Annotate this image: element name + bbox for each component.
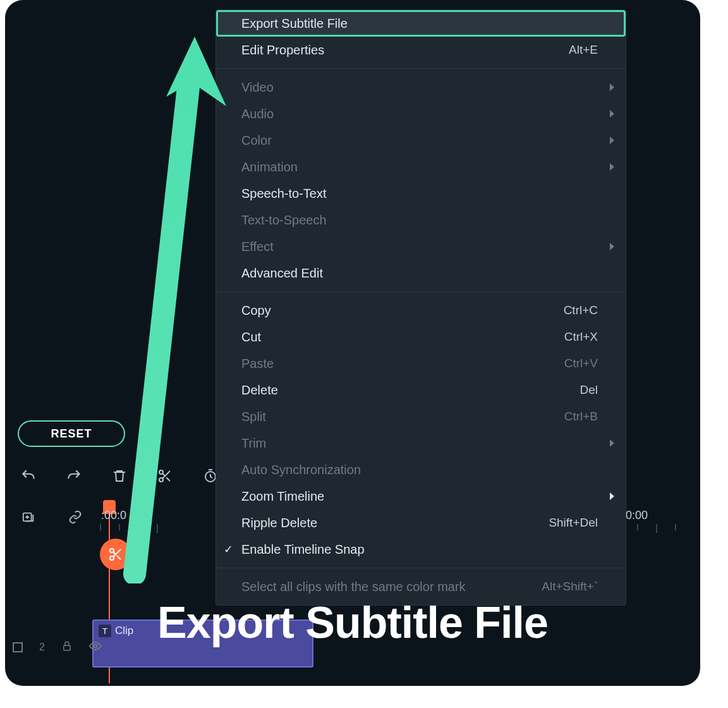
menu-item-copy[interactable]: CopyCtrl+C	[216, 297, 626, 324]
menu-item-label: Export Subtitle File	[241, 16, 348, 31]
lock-icon[interactable]	[61, 640, 73, 654]
menu-item-edit-properties[interactable]: Edit PropertiesAlt+E	[216, 37, 626, 63]
menu-item-label: Edit Properties	[241, 43, 324, 58]
menu-item-audio: Audio	[216, 101, 626, 127]
link-icon[interactable]	[66, 508, 85, 527]
chevron-right-icon	[610, 137, 614, 144]
menu-item-auto-synchronization: Auto Synchronization	[216, 456, 626, 483]
menu-item-text-to-speech: Text-to-Speech	[216, 207, 626, 233]
menu-item-shortcut: Ctrl+C	[564, 303, 598, 317]
menu-item-label: Enable Timeline Snap	[241, 542, 365, 557]
track-number: 2	[39, 642, 45, 653]
menu-item-animation: Animation	[216, 154, 626, 180]
menu-item-advanced-edit[interactable]: Advanced Edit	[216, 260, 626, 286]
menu-item-label: Trim	[241, 436, 266, 451]
menu-item-enable-timeline-snap[interactable]: ✓Enable Timeline Snap	[216, 536, 626, 563]
chevron-right-icon	[610, 439, 614, 447]
menu-item-shortcut: Alt+E	[569, 43, 598, 57]
menu-item-label: Speech-to-Text	[241, 186, 327, 201]
scissors-icon[interactable]	[155, 467, 174, 485]
menu-item-shortcut: Ctrl+X	[564, 330, 598, 344]
menu-item-split: SplitCtrl+B	[216, 403, 626, 430]
menu-item-label: Effect	[241, 240, 274, 254]
redo-icon[interactable]	[64, 467, 83, 485]
menu-separator	[216, 291, 626, 292]
menu-item-label: Select all clips with the same color mar…	[241, 580, 466, 594]
svg-point-1	[159, 478, 163, 482]
menu-item-cut[interactable]: CutCtrl+X	[216, 324, 626, 350]
menu-item-export-subtitle-file[interactable]: Export Subtitle File	[216, 10, 626, 37]
menu-item-label: Animation	[241, 160, 298, 174]
chevron-right-icon	[610, 243, 614, 250]
svg-point-7	[94, 645, 97, 648]
menu-item-label: Auto Synchronization	[241, 463, 361, 477]
chevron-right-icon	[610, 83, 614, 91]
svg-point-0	[159, 470, 163, 474]
undo-icon[interactable]	[19, 467, 38, 485]
menu-item-label: Color	[241, 133, 272, 148]
menu-item-shortcut: Shift+Del	[549, 516, 598, 530]
check-icon: ✓	[224, 542, 233, 556]
square-icon[interactable]	[13, 642, 23, 652]
menu-item-ripple-delete[interactable]: Ripple DeleteShift+Del	[216, 510, 626, 536]
svg-rect-6	[64, 645, 71, 650]
menu-separator	[216, 68, 626, 69]
menu-item-shortcut: Alt+Shift+`	[542, 580, 598, 594]
menu-item-trim: Trim	[216, 430, 626, 456]
menu-item-paste: PasteCtrl+V	[216, 350, 626, 377]
menu-item-label: Cut	[241, 330, 261, 345]
chevron-right-icon	[610, 110, 614, 118]
chevron-right-icon	[610, 492, 614, 500]
trash-icon[interactable]	[110, 467, 129, 485]
menu-item-label: Text-to-Speech	[241, 213, 327, 228]
menu-item-zoom-timeline[interactable]: Zoom Timeline	[216, 483, 626, 510]
video-editor-frame: RESET :00:0 3	[5, 0, 700, 686]
timeline-toolbar	[19, 467, 220, 485]
menu-item-shortcut: Ctrl+B	[564, 410, 598, 424]
menu-item-shortcut: Del	[579, 383, 598, 397]
chevron-right-icon	[610, 163, 614, 171]
menu-item-speech-to-text[interactable]: Speech-to-Text	[216, 180, 626, 207]
add-media-icon[interactable]	[19, 508, 38, 527]
menu-item-label: Delete	[241, 383, 278, 398]
menu-item-shortcut: Ctrl+V	[564, 357, 598, 370]
timeline-left-icons	[19, 508, 85, 527]
menu-item-label: Zoom Timeline	[241, 489, 324, 504]
reset-button[interactable]: RESET	[18, 420, 125, 447]
menu-item-delete[interactable]: DeleteDel	[216, 377, 626, 403]
menu-item-label: Ripple Delete	[241, 516, 317, 530]
menu-item-effect: Effect	[216, 233, 626, 260]
menu-item-label: Split	[241, 410, 266, 424]
menu-item-select-all-clips-with-the-same-color-mark: Select all clips with the same color mar…	[216, 573, 626, 600]
menu-item-label: Advanced Edit	[241, 266, 323, 281]
context-menu: Export Subtitle FileEdit PropertiesAlt+E…	[215, 9, 626, 606]
menu-item-label: Video	[241, 80, 274, 95]
menu-item-label: Copy	[241, 303, 271, 318]
reset-button-label: RESET	[51, 427, 92, 441]
track-marker[interactable]	[100, 539, 131, 570]
menu-item-label: Audio	[241, 107, 274, 121]
eye-icon[interactable]	[89, 640, 102, 655]
menu-item-video: Video	[216, 74, 626, 101]
timecode-left: :00:0	[101, 509, 126, 522]
track-controls: 2	[5, 632, 700, 662]
menu-item-color: Color	[216, 127, 626, 154]
menu-item-label: Paste	[241, 357, 274, 371]
menu-separator	[216, 568, 626, 568]
